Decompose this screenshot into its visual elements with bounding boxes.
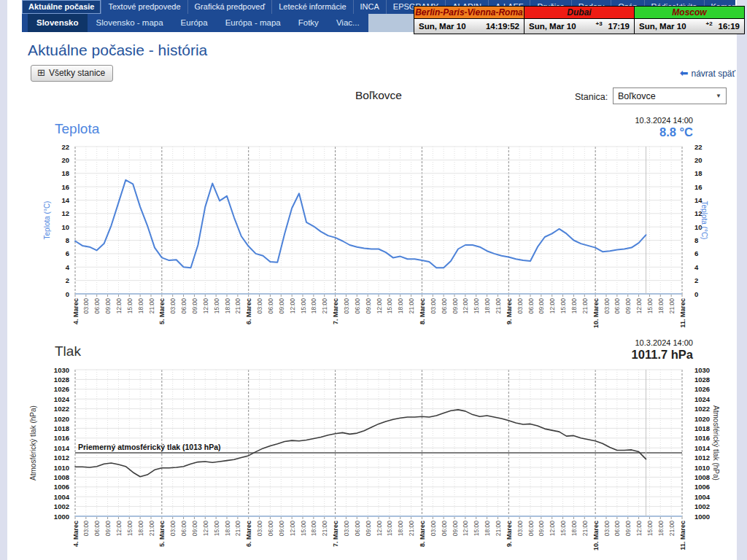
y-tick-label: 1016 — [54, 434, 69, 442]
subnav-tab-slovensko[interactable]: Slovensko — [28, 14, 88, 32]
y-tick-label: 8 — [66, 236, 69, 244]
x-tick-label: 03:00 — [603, 521, 611, 537]
all-stations-button[interactable]: ⊞ Všetky stanice — [31, 65, 113, 82]
x-tick-label: 6. Marec — [245, 298, 252, 324]
y-axis-title-left: Atmosférický tlak (hPa) — [29, 405, 37, 481]
x-tick-label: 09:00 — [452, 298, 459, 314]
x-tick-label: 06:00 — [267, 521, 274, 537]
x-tick-label: 03:00 — [343, 298, 350, 314]
y-tick-label: 12 — [61, 209, 69, 217]
x-tick-label: 18:00 — [224, 521, 231, 537]
y-tick-label: 6 — [66, 249, 69, 257]
clock-moscow: MoscowSun, Mar 10+216:19 — [634, 6, 745, 34]
y-axis-title-right: Teplota (°C) — [700, 201, 708, 240]
x-tick-label: 12:00 — [202, 521, 209, 537]
subnav-tab-eur-pa-mapa[interactable]: Európa - mapa — [217, 14, 290, 32]
x-tick-label: 21:00 — [234, 521, 241, 537]
y-tick-label: 10 — [61, 223, 69, 231]
x-tick-label: 9. Marec — [506, 298, 513, 324]
nav-tab-grafick-predpove[interactable]: Grafická predpoveď — [188, 0, 273, 14]
x-tick-label: 03:00 — [430, 521, 437, 537]
subnav-tab-slovensko-mapa[interactable]: Slovensko - mapa — [88, 14, 172, 32]
x-tick-label: 09:00 — [538, 298, 545, 314]
x-tick-label: 12:00 — [115, 521, 123, 537]
x-tick-label: 06:00 — [614, 521, 621, 537]
world-clocks: Berlin-Paris-Vienna-RomaSun, Mar 1014:19… — [414, 6, 745, 34]
subnav-tab-viac[interactable]: Viac... — [328, 14, 368, 32]
x-tick-label: 12:00 — [115, 298, 123, 314]
x-tick-label: 15:00 — [300, 298, 307, 314]
nav-tab-textov-predpovede[interactable]: Textové predpovede — [101, 0, 187, 14]
station-title: Boľkovce — [306, 89, 452, 102]
x-tick-label: 4. Marec — [72, 298, 80, 324]
y-tick-label: 16 — [61, 183, 69, 191]
x-tick-label: 11. Marec — [679, 521, 686, 551]
x-tick-label: 12:00 — [462, 521, 469, 537]
x-tick-label: 5. Marec — [158, 298, 166, 324]
x-tick-label: 15:00 — [473, 521, 480, 537]
x-tick-label: 09:00 — [538, 521, 545, 537]
x-tick-label: 18:00 — [397, 298, 404, 314]
x-tick-label: 21:00 — [581, 521, 589, 537]
y-tick-label: 1006 — [54, 483, 69, 491]
nav-tab-aktu-lne-po-asie[interactable]: Aktuálne počasie — [22, 0, 101, 14]
x-tick-label: 06:00 — [93, 521, 101, 537]
x-tick-label: 12:00 — [462, 298, 469, 314]
x-tick-label: 18:00 — [310, 298, 317, 314]
clock-time: 17:19 — [608, 22, 630, 31]
x-tick-label: 21:00 — [234, 298, 241, 314]
x-tick-label: 10. Marec — [592, 298, 600, 328]
x-tick-label: 09:00 — [365, 521, 372, 537]
y-tick-label: 1002 — [694, 502, 710, 510]
x-tick-label: 03:00 — [256, 298, 263, 314]
nav-tab-leteck-inform-cie[interactable]: Letecké informácie — [272, 0, 353, 14]
x-tick-label: 18:00 — [310, 521, 317, 537]
x-tick-label: 03:00 — [256, 521, 263, 537]
temperature-chart: 4. Marec03:0006:0009:0012:0015:0018:0021… — [29, 142, 722, 341]
x-tick-label: 09:00 — [104, 298, 112, 314]
y-tick-label: 1020 — [694, 415, 710, 423]
station-select[interactable]: Boľkovce ▼ — [613, 88, 727, 104]
subnav-tab-eur-pa[interactable]: Európa — [172, 14, 217, 32]
clock-date: Sun, Mar 10 — [419, 22, 466, 31]
pressure-chart: 4. Marec03:0006:0009:0012:0015:0018:0021… — [29, 365, 722, 560]
x-tick-label: 18:00 — [484, 298, 491, 314]
nav-tab-inca[interactable]: INCA — [354, 0, 387, 14]
x-tick-label: 09:00 — [191, 298, 198, 314]
x-tick-label: 03:00 — [82, 521, 90, 537]
clock-city-label: Dubai — [525, 7, 634, 19]
x-tick-label: 6. Marec — [245, 521, 252, 547]
x-tick-label: 09:00 — [278, 298, 285, 314]
clock-utc-offset: +2 — [705, 20, 712, 27]
y-tick-label: 1022 — [54, 405, 69, 413]
x-tick-label: 18:00 — [224, 298, 231, 314]
clock-time-row: Sun, Mar 1014:19:52 — [414, 19, 524, 34]
y-tick-label: 1024 — [694, 395, 711, 403]
x-tick-label: 21:00 — [408, 298, 415, 314]
back-link[interactable]: ⬅návrat späť — [626, 67, 735, 79]
x-tick-label: 06:00 — [354, 298, 361, 314]
y-tick-label: 0 — [694, 290, 698, 298]
x-tick-label: 15:00 — [646, 521, 654, 537]
subnav-tab-fotky[interactable]: Fotky — [290, 14, 328, 32]
y-tick-label: 1004 — [54, 493, 70, 501]
x-tick-label: 9. Marec — [506, 521, 513, 547]
x-tick-label: 03:00 — [603, 298, 611, 314]
x-tick-label: 18:00 — [657, 521, 665, 537]
x-tick-label: 09:00 — [191, 521, 198, 537]
y-tick-label: 1030 — [54, 366, 69, 374]
y-axis-title-left: Teplota (°C) — [43, 201, 51, 240]
y-tick-label: 1020 — [54, 415, 69, 423]
x-tick-label: 12:00 — [549, 298, 556, 314]
y-tick-label: 20 — [61, 156, 69, 164]
x-tick-label: 15:00 — [300, 521, 307, 537]
chevron-down-icon: ▼ — [716, 93, 721, 99]
x-tick-label: 18:00 — [137, 521, 144, 537]
y-tick-label: 1008 — [54, 473, 69, 481]
x-tick-label: 09:00 — [365, 298, 372, 314]
y-tick-label: 1012 — [54, 454, 69, 462]
y-tick-label: 1006 — [694, 483, 710, 491]
y-tick-label: 1030 — [694, 366, 710, 374]
pressure-chart-datetime: 10.3.2024 14:00 — [540, 338, 693, 347]
x-tick-label: 15:00 — [646, 298, 654, 314]
